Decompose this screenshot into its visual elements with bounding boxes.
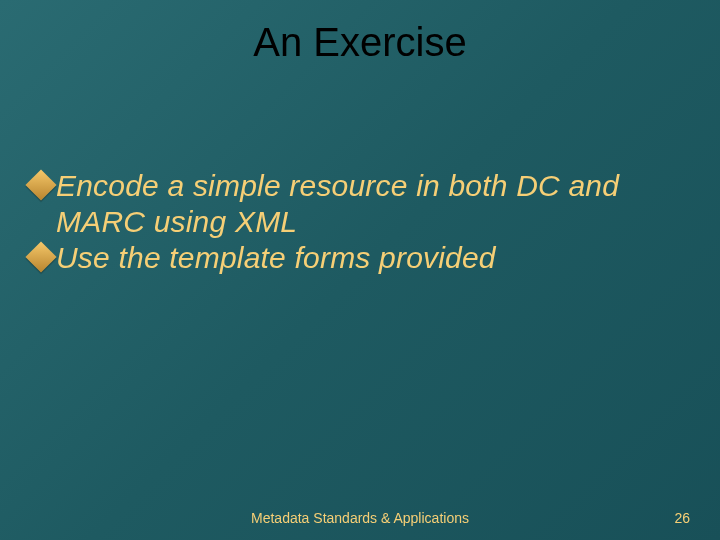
bullet-list: Encode a simple resource in both DC and …: [30, 168, 680, 276]
diamond-bullet-icon: [25, 241, 56, 272]
bullet-text: Encode a simple resource in both DC and …: [56, 168, 680, 240]
list-item: Use the template forms provided: [30, 240, 680, 276]
page-number: 26: [674, 510, 690, 526]
footer-text: Metadata Standards & Applications: [0, 510, 720, 526]
diamond-bullet-icon: [25, 169, 56, 200]
slide: An Exercise Encode a simple resource in …: [0, 0, 720, 540]
list-item: Encode a simple resource in both DC and …: [30, 168, 680, 240]
bullet-text: Use the template forms provided: [56, 240, 680, 276]
slide-title: An Exercise: [0, 20, 720, 65]
